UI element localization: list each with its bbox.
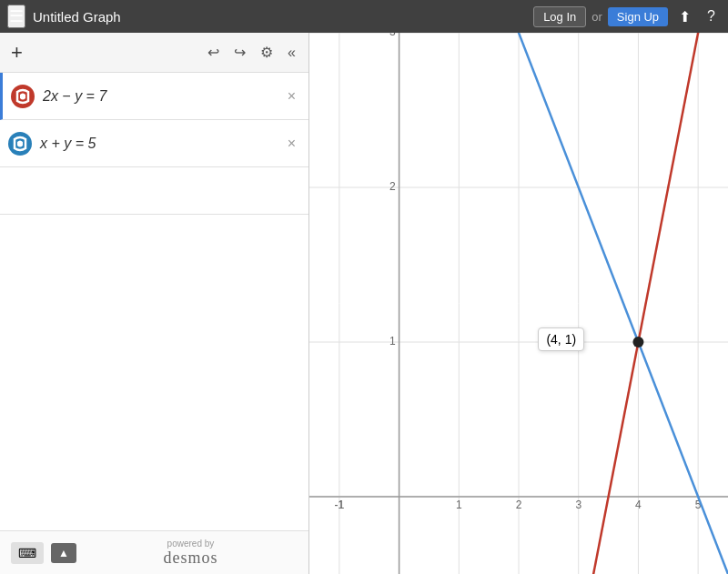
undo-icon: ↩: [207, 45, 219, 60]
desmos-brand: desmos: [163, 549, 217, 567]
expand-button[interactable]: ▲: [51, 543, 76, 563]
auth-area: Log In or Sign Up ⬆ ?: [533, 6, 721, 27]
expression-close-1[interactable]: ×: [282, 87, 301, 106]
expression-list: 2x − y = 7 × x + y = 5 ×: [0, 73, 308, 530]
collapse-icon: «: [288, 45, 296, 60]
collapse-button[interactable]: «: [282, 41, 301, 65]
graph-canvas: [309, 33, 728, 574]
expression-icon-1: [10, 84, 35, 109]
menu-icon: ☰: [9, 7, 24, 25]
app-title: Untitled Graph: [33, 9, 526, 25]
share-icon: ⬆: [679, 9, 691, 25]
expand-icon: ▲: [58, 547, 69, 559]
redo-button[interactable]: ↪: [228, 40, 251, 65]
redo-icon: ↪: [234, 45, 246, 60]
expression-text-1: 2x − y = 7: [43, 88, 282, 105]
powered-by-area: powered by desmos: [84, 539, 298, 568]
settings-icon: ⚙: [260, 45, 273, 60]
add-expression-button[interactable]: +: [7, 41, 26, 65]
desmos-logo-1: [11, 85, 35, 108]
header: ☰ Untitled Graph Log In or Sign Up ⬆ ?: [0, 0, 728, 33]
help-icon: ?: [707, 8, 715, 24]
share-button[interactable]: ⬆: [673, 6, 696, 27]
help-button[interactable]: ?: [702, 6, 721, 26]
main-layout: + ↩ ↪ ⚙ «: [0, 33, 728, 574]
menu-button[interactable]: ☰: [7, 5, 25, 28]
settings-button[interactable]: ⚙: [255, 40, 278, 65]
or-label: or: [592, 10, 602, 24]
sidebar: + ↩ ↪ ⚙ «: [0, 33, 309, 574]
expression-close-2[interactable]: ×: [282, 135, 301, 153]
graph-area[interactable]: (4, 1): [309, 33, 728, 574]
signup-button[interactable]: Sign Up: [608, 7, 668, 26]
expression-empty: [0, 167, 308, 215]
sidebar-footer: ⌨ ▲ powered by desmos: [0, 530, 308, 574]
toolbar: + ↩ ↪ ⚙ «: [0, 33, 308, 73]
expression-text-2: x + y = 5: [40, 136, 282, 152]
keyboard-button[interactable]: ⌨: [11, 542, 44, 564]
keyboard-icon: ⌨: [18, 546, 36, 560]
expression-item-2[interactable]: x + y = 5 ×: [0, 120, 308, 167]
undo-button[interactable]: ↩: [202, 40, 225, 65]
powered-by-text: powered by: [84, 539, 298, 549]
login-button[interactable]: Log In: [533, 6, 586, 27]
desmos-logo-2: [8, 132, 32, 156]
expression-icon-2: [7, 131, 33, 156]
expression-item-1[interactable]: 2x − y = 7 ×: [0, 73, 308, 120]
